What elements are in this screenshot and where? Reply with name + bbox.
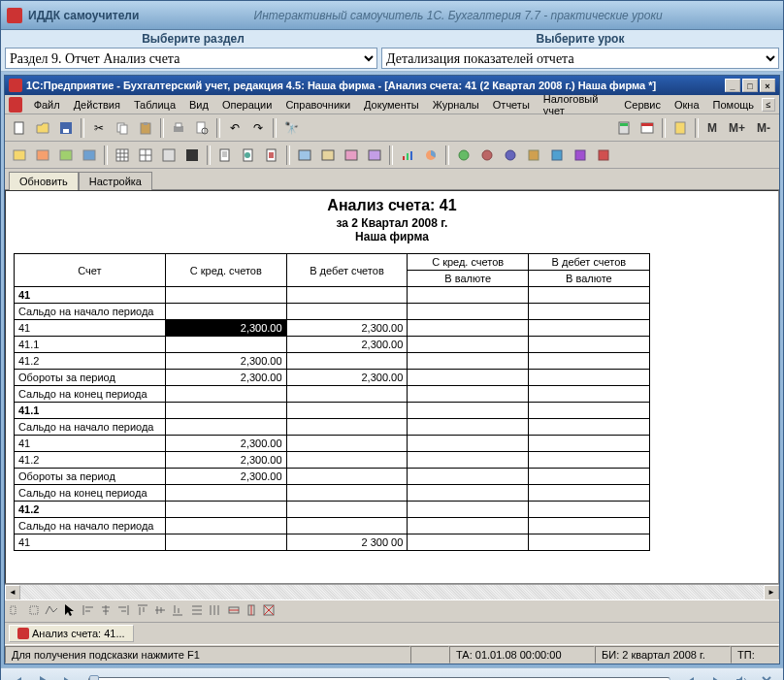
tab-settings[interactable]: Настройка bbox=[79, 172, 152, 190]
edit3-icon[interactable] bbox=[44, 602, 59, 620]
horizontal-scrollbar[interactable]: ◄ ► bbox=[5, 584, 779, 599]
menu-service[interactable]: Сервис bbox=[618, 97, 667, 113]
player-thumb[interactable] bbox=[89, 675, 99, 681]
cursor-icon[interactable] bbox=[61, 602, 77, 620]
dist2-icon[interactable] bbox=[207, 602, 222, 620]
journal1-icon[interactable] bbox=[9, 145, 30, 166]
table-row[interactable]: 41 bbox=[15, 287, 771, 304]
calendar-icon[interactable] bbox=[637, 117, 658, 139]
journal3-icon[interactable] bbox=[55, 145, 77, 166]
lesson-select[interactable]: Детализация показателей отчета bbox=[381, 48, 779, 69]
table-row[interactable]: 41.22,300.00 bbox=[15, 353, 771, 370]
mdi-close-button[interactable]: ≤ bbox=[762, 98, 775, 112]
misc5-icon[interactable] bbox=[546, 145, 568, 166]
op4-icon[interactable] bbox=[364, 145, 385, 166]
table-row[interactable]: 41.12,300.00 bbox=[15, 337, 771, 353]
minimize-button[interactable]: _ bbox=[725, 79, 740, 92]
memory-m[interactable]: M bbox=[702, 117, 722, 139]
player-prev-icon[interactable] bbox=[7, 671, 28, 681]
valign2-icon[interactable] bbox=[152, 602, 168, 620]
grid4-icon[interactable] bbox=[181, 145, 203, 166]
table-row[interactable]: Сальдо на начало периода bbox=[15, 419, 771, 436]
print-icon[interactable] bbox=[168, 117, 189, 139]
menu-directories[interactable]: Справочники bbox=[279, 97, 356, 113]
memory-mminus[interactable]: M- bbox=[752, 117, 775, 139]
doc1-icon[interactable] bbox=[214, 145, 236, 166]
menu-help[interactable]: Помощь bbox=[707, 97, 761, 113]
new-icon[interactable] bbox=[9, 117, 30, 139]
journal2-icon[interactable] bbox=[32, 145, 53, 166]
chart-icon[interactable] bbox=[397, 145, 418, 166]
align2-icon[interactable] bbox=[98, 602, 114, 620]
menu-actions[interactable]: Действия bbox=[68, 97, 126, 113]
valign1-icon[interactable] bbox=[135, 602, 150, 620]
table-row[interactable]: Обороты за период2,300.00 bbox=[15, 469, 771, 485]
calc-icon[interactable] bbox=[613, 117, 635, 139]
size1-icon[interactable] bbox=[226, 602, 242, 620]
misc1-icon[interactable] bbox=[453, 145, 474, 166]
player-skip-fwd-icon[interactable] bbox=[705, 671, 727, 681]
menu-operations[interactable]: Операции bbox=[216, 97, 278, 113]
op2-icon[interactable] bbox=[317, 145, 339, 166]
edit1-icon[interactable] bbox=[9, 602, 24, 620]
player-play-icon[interactable] bbox=[32, 671, 53, 681]
menu-table[interactable]: Таблица bbox=[128, 97, 181, 113]
align1-icon[interactable] bbox=[81, 602, 96, 620]
menu-reports[interactable]: Отчеты bbox=[487, 97, 536, 113]
valign3-icon[interactable] bbox=[170, 602, 185, 620]
op1-icon[interactable] bbox=[294, 145, 315, 166]
open-icon[interactable] bbox=[32, 117, 53, 139]
menu-view[interactable]: Вид bbox=[183, 97, 214, 113]
paste-icon[interactable] bbox=[135, 117, 156, 139]
table-row[interactable]: 41.2 bbox=[15, 502, 771, 518]
size2-icon[interactable] bbox=[244, 602, 259, 620]
misc4-icon[interactable] bbox=[523, 145, 544, 166]
misc6-icon[interactable] bbox=[570, 145, 591, 166]
pie-icon[interactable] bbox=[420, 145, 441, 166]
grid1-icon[interactable] bbox=[112, 145, 133, 166]
preview-icon[interactable] bbox=[191, 117, 212, 139]
op3-icon[interactable] bbox=[341, 145, 362, 166]
misc7-icon[interactable] bbox=[593, 145, 614, 166]
copy-icon[interactable] bbox=[112, 117, 133, 139]
player-next-icon[interactable] bbox=[57, 671, 79, 681]
cut-icon[interactable]: ✂ bbox=[88, 117, 110, 139]
edit2-icon[interactable] bbox=[26, 602, 42, 620]
player-volume-icon[interactable] bbox=[731, 671, 752, 681]
tab-refresh[interactable]: Обновить bbox=[9, 172, 79, 190]
scroll-right-icon[interactable]: ► bbox=[764, 585, 779, 600]
doc3-icon[interactable] bbox=[261, 145, 282, 166]
player-close-icon[interactable] bbox=[756, 671, 777, 681]
misc3-icon[interactable] bbox=[500, 145, 521, 166]
align3-icon[interactable] bbox=[115, 602, 131, 620]
menu-journals[interactable]: Журналы bbox=[427, 97, 485, 113]
grid2-icon[interactable] bbox=[135, 145, 156, 166]
menu-documents[interactable]: Документы bbox=[358, 97, 425, 113]
save-icon[interactable] bbox=[55, 117, 77, 139]
scroll-left-icon[interactable]: ◄ bbox=[5, 585, 20, 600]
section-select[interactable]: Раздел 9. Отчет Анализ счета bbox=[5, 48, 377, 69]
close-button[interactable]: × bbox=[760, 79, 775, 92]
help-icon[interactable] bbox=[670, 117, 691, 139]
misc2-icon[interactable] bbox=[476, 145, 498, 166]
doc-tab-analysis[interactable]: Анализ счета: 41... bbox=[9, 625, 134, 642]
table-row[interactable]: 41.1 bbox=[15, 403, 771, 419]
grid3-icon[interactable] bbox=[158, 145, 180, 166]
table-row[interactable]: 412,300.002,300.00 bbox=[15, 320, 771, 337]
table-row[interactable]: 41.22,300.00 bbox=[15, 452, 771, 469]
table-row[interactable]: Обороты за период2,300.002,300.00 bbox=[15, 370, 771, 386]
maximize-button[interactable]: □ bbox=[742, 79, 758, 92]
table-row[interactable]: Сальдо на начало периода bbox=[15, 518, 771, 534]
doc2-icon[interactable] bbox=[238, 145, 259, 166]
undo-icon[interactable]: ↶ bbox=[224, 117, 245, 139]
table-row[interactable]: Сальдо на конец периода bbox=[15, 386, 771, 403]
size3-icon[interactable] bbox=[261, 602, 277, 620]
table-row[interactable]: Сальдо на конец периода bbox=[15, 485, 771, 502]
dist1-icon[interactable] bbox=[189, 602, 205, 620]
table-row[interactable]: 412 300 00 bbox=[15, 534, 771, 551]
report-table[interactable]: Счет С кред. счетов В дебет счетов С кре… bbox=[14, 253, 770, 551]
player-track[interactable] bbox=[88, 677, 670, 681]
journal4-icon[interactable] bbox=[79, 145, 100, 166]
redo-icon[interactable]: ↷ bbox=[247, 117, 269, 139]
player-skip-back-icon[interactable] bbox=[680, 671, 702, 681]
